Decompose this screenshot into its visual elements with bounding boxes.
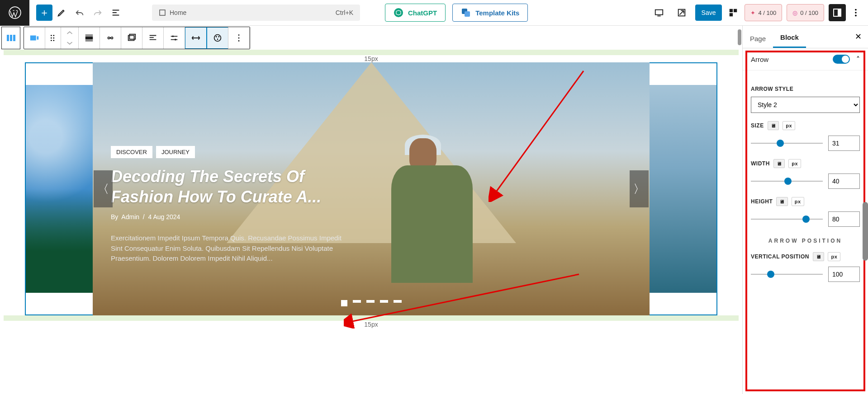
device-icon[interactable]: 🖥 [768,121,779,130]
drag-handle[interactable] [45,27,61,49]
undo-button[interactable] [71,4,89,22]
arrow-settings-body: ARROW STYLE Style 2 SIZE 🖥 px WIDTH 🖥 px [743,70,868,289]
template-kits-button[interactable]: Template Kits [452,4,528,22]
svg-point-34 [217,38,218,40]
chatgpt-label: ChatGPT [408,9,437,17]
columns-icon [5,33,16,43]
arrow-style-select[interactable]: Style 2 [751,97,860,113]
arrow-toggle[interactable] [833,55,850,64]
svg-point-30 [175,39,176,41]
svg-point-13 [855,12,857,14]
editor-canvas[interactable]: 15px DISCOVER JOURNEY Decoding The Secre… [0,26,742,394]
document-title-bar[interactable]: Home Ctrl+K [152,5,360,21]
device-icon[interactable]: 🖥 [813,252,825,261]
vpos-label: VERTICAL POSITION 🖥 px [751,252,860,261]
align-button[interactable] [79,27,100,49]
block-toolbar [24,27,250,49]
parent-block-button[interactable] [1,27,20,49]
settings-panel-toggle[interactable] [829,4,846,21]
width-slider[interactable] [751,181,823,182]
slider-block[interactable]: DISCOVER JOURNEY Decoding The Secrets Of… [25,62,717,315]
width-input[interactable] [828,174,860,189]
tab-block[interactable]: Block [773,28,806,48]
template-kits-label: Template Kits [475,9,519,17]
sidebar-scrollbar[interactable] [863,202,868,261]
edit-tool-button[interactable] [52,4,71,22]
save-button[interactable]: Save [695,5,722,21]
device-icon[interactable]: 🖥 [776,197,788,206]
image-button[interactable] [121,27,142,49]
pagination-dots [341,300,402,306]
height-input[interactable] [828,211,860,227]
vpos-unit[interactable]: px [828,252,840,261]
chevron-down-icon [65,38,75,48]
loop-button[interactable] [100,27,121,49]
styles-button[interactable] [726,4,740,22]
size-unit[interactable]: px [783,121,795,130]
arrow-section-title: Arrow [751,56,768,63]
quota-badge-1[interactable]: ✦4 / 100 [745,4,782,21]
text-align-icon [148,33,158,43]
device-icon[interactable]: 🖥 [773,159,785,168]
undo-icon [75,8,85,18]
dot-4[interactable] [380,300,388,303]
arrow-style-label: ARROW STYLE [751,86,860,92]
document-overview-button[interactable] [107,4,125,22]
svg-rect-17 [13,35,15,41]
tag-journey[interactable]: JOURNEY [156,146,195,158]
sidebar-tabs: Page Block ✕ [743,26,868,48]
redo-button[interactable] [89,4,107,22]
quota-badge-2[interactable]: ◎0 / 100 [787,4,824,21]
dot-2[interactable] [353,300,361,303]
sidebar-panel-icon [833,8,842,17]
external-link-icon [677,8,687,18]
person-graphic [382,138,473,296]
height-slider[interactable] [751,219,823,220]
add-block-button[interactable]: ＋ [36,5,52,21]
settings-button[interactable] [164,27,185,49]
wordpress-logo[interactable] [0,0,29,26]
padding-indicator-bottom [4,315,739,321]
dot-1[interactable] [341,300,347,306]
svg-point-25 [53,40,54,41]
text-align-button[interactable] [142,27,164,49]
canvas-scrollbar[interactable] [737,26,742,394]
svg-rect-26 [85,36,93,39]
tag-discover[interactable]: DISCOVER [111,146,152,158]
slider-block-icon [29,33,39,43]
size-slider[interactable] [751,143,823,144]
height-unit[interactable]: px [792,197,804,206]
pencil-icon [57,8,66,18]
svg-rect-15 [7,35,9,41]
vpos-slider[interactable] [751,274,823,275]
svg-point-35 [238,34,240,36]
svg-point-20 [51,35,52,36]
infinity-icon [105,33,115,43]
arrow-section-header[interactable]: Arrow ˄ [743,48,868,70]
close-sidebar-button[interactable]: ✕ [849,26,868,48]
next-arrow-button[interactable]: 〉 [630,170,649,207]
dot-3[interactable] [366,300,375,303]
width-button[interactable] [185,27,207,49]
dot-5[interactable] [394,300,402,303]
drag-icon [48,33,58,43]
vpos-input[interactable] [828,267,860,282]
svg-rect-4 [465,11,470,17]
chevron-up-icon[interactable]: ˄ [856,55,860,64]
desktop-view-button[interactable] [650,4,668,22]
block-type-button[interactable] [24,27,45,49]
more-options-button[interactable] [228,27,250,49]
size-input[interactable] [828,136,860,151]
color-button[interactable] [207,27,228,49]
options-menu-button[interactable] [850,4,861,22]
tab-page[interactable]: Page [743,29,773,48]
prev-arrow-button[interactable]: 〈 [94,170,113,207]
chatgpt-button[interactable]: ChatGPT [385,4,446,22]
kebab-icon [851,8,861,18]
move-buttons[interactable] [61,27,79,49]
quota1-text: 4 / 100 [758,9,776,16]
view-page-button[interactable] [673,4,691,22]
svg-point-32 [216,36,217,38]
wordpress-icon [9,6,21,19]
width-unit[interactable]: px [788,159,801,168]
